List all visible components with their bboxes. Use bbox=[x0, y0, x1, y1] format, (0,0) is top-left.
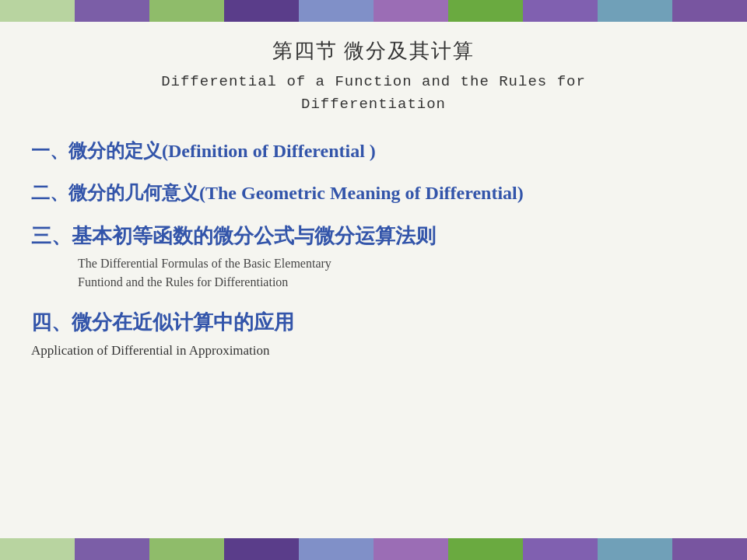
bot-seg-8 bbox=[523, 538, 598, 560]
section-3-sub-line1: The Differential Formulas of the Basic E… bbox=[78, 257, 331, 270]
section-1-heading: 一、微分的定义(Definition of Differential ) bbox=[31, 138, 716, 163]
bot-seg-4 bbox=[224, 538, 299, 560]
bot-seg-7 bbox=[448, 538, 523, 560]
section-3-sub: The Differential Formulas of the Basic E… bbox=[78, 254, 716, 292]
section-3-sub-line2: Funtiond and the Rules for Differentiati… bbox=[78, 275, 288, 289]
section-1: 一、微分的定义(Definition of Differential ) bbox=[31, 138, 716, 163]
bot-seg-5 bbox=[299, 538, 374, 560]
top-seg-10 bbox=[672, 0, 747, 22]
bot-seg-10 bbox=[672, 538, 747, 560]
section-2-heading: 二、微分的几何意义(The Geometric Meaning of Diffe… bbox=[31, 180, 716, 205]
section-3: 三、基本初等函数的微分公式与微分运算法则 The Differential Fo… bbox=[31, 222, 716, 292]
section-4-sub: Application of Differential in Approxima… bbox=[31, 341, 716, 361]
title-english-line1: Differential of a Function and the Rules… bbox=[161, 73, 586, 90]
top-seg-5 bbox=[299, 0, 374, 22]
top-seg-1 bbox=[0, 0, 75, 22]
top-seg-9 bbox=[598, 0, 672, 22]
title-english-line2: Differentiation bbox=[301, 96, 446, 113]
top-seg-6 bbox=[374, 0, 448, 22]
title-chinese: 第四节 微分及其计算 bbox=[31, 37, 716, 65]
bot-seg-6 bbox=[374, 538, 448, 560]
bot-seg-2 bbox=[75, 538, 149, 560]
top-seg-3 bbox=[149, 0, 224, 22]
section-3-heading: 三、基本初等函数的微分公式与微分运算法则 bbox=[31, 222, 716, 250]
main-content: 第四节 微分及其计算 Differential of a Function an… bbox=[0, 22, 747, 394]
top-seg-4 bbox=[224, 0, 299, 22]
section-4: 四、微分在近似计算中的应用 Application of Differentia… bbox=[31, 309, 716, 361]
section-4-heading: 四、微分在近似计算中的应用 bbox=[31, 309, 716, 336]
title-english: Differential of a Function and the Rules… bbox=[31, 71, 716, 115]
top-seg-8 bbox=[523, 0, 598, 22]
bot-seg-1 bbox=[0, 538, 75, 560]
bot-seg-3 bbox=[149, 538, 224, 560]
top-seg-7 bbox=[448, 0, 523, 22]
section-2: 二、微分的几何意义(The Geometric Meaning of Diffe… bbox=[31, 180, 716, 205]
top-seg-2 bbox=[75, 0, 149, 22]
bottom-decorative-bar bbox=[0, 538, 747, 560]
top-decorative-bar bbox=[0, 0, 747, 22]
bot-seg-9 bbox=[598, 538, 672, 560]
